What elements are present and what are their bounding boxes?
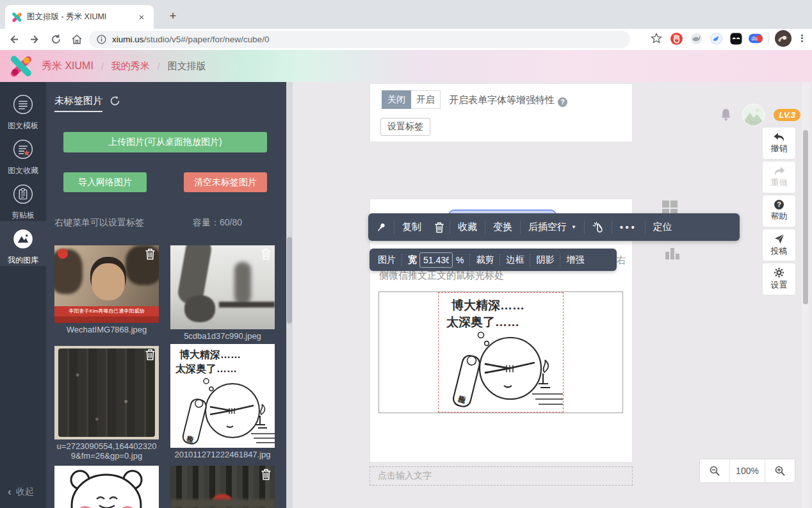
site-info-icon[interactable] [97,35,106,44]
image-card[interactable]: u=2723090554,1644023209&fm=26&gp=0.jpg [54,346,159,461]
redo-icon [774,167,785,176]
redo-button[interactable]: 重做 [762,161,796,193]
favorite-button[interactable]: 收藏 [450,221,485,233]
image-thumbnail[interactable] [54,346,159,439]
gray-bird-extension-icon[interactable] [689,31,703,45]
reload-icon[interactable] [47,31,64,48]
breadcrumb-my-xiumi[interactable]: 我的秀米 [111,60,150,72]
selected-image[interactable]: 博大精深…… 太深奥了…… 金瓶梅 [438,292,564,413]
insert-blank-line-button[interactable]: 后插空行▼ [521,221,584,233]
image-card[interactable]: 博大精深…… 太深奥了…… 金瓶梅 201011271222461847.jpg [170,344,275,459]
canvas-scrollbar-thumb[interactable] [803,130,808,304]
clear-untagged-button[interactable]: 清空未标签图片 [184,172,267,192]
right-click-hint: 右键菜单可以设置标签 [54,217,144,229]
addressbar-right: du ⋮ [649,30,807,47]
text-input-placeholder[interactable]: 点击输入文字 [369,466,633,486]
copy-button[interactable]: 复制 [394,221,429,233]
image-card[interactable]: 李阳妻子Kim再曝自己遭李阳威胁 WechatIMG7868.jpeg [54,245,159,334]
delete-image-icon[interactable] [261,468,272,480]
sidebar-item-templates[interactable]: 图文模板 [0,86,46,131]
svg-text:xiumi: xiumi [750,120,758,124]
adblock-extension-icon[interactable] [669,31,683,45]
image-card[interactable]: 5cdba1d37c990.jpeg [170,245,275,341]
sidebar-item-my-gallery[interactable]: 我的图库 [0,221,46,266]
set-tag-button[interactable]: 设置标签 [380,118,430,136]
delete-image-icon[interactable] [145,348,156,361]
home-icon[interactable] [69,31,85,48]
delete-image-icon[interactable] [261,248,272,260]
pin-icon[interactable] [368,222,394,233]
upload-images-button[interactable]: 上传图片(可从桌面拖放图片) [63,132,267,152]
image-filename: WechatIMG7868.jpeg [54,325,159,334]
image-card[interactable] [54,466,159,508]
tab-close-icon[interactable]: × [136,12,147,23]
url-bar[interactable]: xiumi.us/studio/v5#/paper/for/new/cube/0 [89,31,630,48]
help-circle-icon[interactable]: ? [558,97,567,107]
paragraph-line2[interactable]: 侧微信推文正文的鼠标光标处 [379,270,504,282]
collapse-panel-button[interactable]: ‹ 收起 [8,486,34,498]
undo-button[interactable]: 撤销 [762,127,796,160]
locate-button[interactable]: 定位 [646,221,680,233]
sidebar-item-favorites[interactable]: 图文收藏 [0,131,46,176]
width-label: 宽 [402,254,419,266]
zoom-out-button[interactable] [700,459,729,482]
enhance-toggle[interactable]: 关闭 开启 [382,90,441,109]
enhance-button[interactable]: 增强 [560,254,590,266]
submit-button[interactable]: 投稿 [762,229,796,261]
image-thumbnail[interactable] [170,245,275,329]
image-thumbnail[interactable]: 博大精深…… 太深奥了…… 金瓶梅 [170,344,275,448]
brand-link[interactable]: 秀米 XIUMI [42,60,93,73]
sidebar-item-clipboard[interactable]: 剪贴板 [0,176,46,221]
one-click-apply-icon[interactable] [585,222,612,233]
refresh-icon[interactable] [109,95,121,107]
browser-tab[interactable]: 图文排版 - 秀米 XIUMI × [5,5,154,29]
divider [768,33,769,44]
xiumi-logo[interactable] [9,54,33,78]
zoom-level: 100% [729,459,765,482]
undo-icon [774,133,785,142]
comic-thought-1: 博大精深…… [451,299,524,312]
comic-thought-1: 博大精深…… [179,349,241,360]
delete-image-icon[interactable] [145,248,156,260]
dark-extension-icon[interactable] [729,31,743,45]
zoom-in-button[interactable] [765,459,795,482]
image-thumbnail[interactable]: 李阳妻子Kim再曝自己遭李阳威胁 [54,245,159,323]
bar-chart-icon[interactable] [664,245,681,261]
crop-button[interactable]: 裁剪 [470,254,499,266]
sidebar-item-label: 剪贴板 [12,210,35,221]
enhance-settings-section: 关闭 开启 开启表单字体等增强特性? 设置标签 [369,83,633,142]
editor-side-tools: 撤销 重做 ? 帮助 投稿 设置 [762,127,796,295]
transform-button[interactable]: 变换 [485,221,520,233]
image-container[interactable]: 博大精深…… 太深奥了…… 金瓶梅 [378,291,623,413]
toggle-off-button[interactable]: 关闭 [382,90,411,109]
image-thumbnail[interactable] [54,466,159,508]
back-icon[interactable] [5,31,22,48]
help-button[interactable]: ? 帮助 [762,195,796,227]
toggle-on-button[interactable]: 开启 [411,90,441,109]
user-avatar[interactable]: xiumi [742,104,765,126]
settings-button[interactable]: 设置 [762,263,796,295]
notification-bell-icon[interactable] [719,108,733,122]
border-button[interactable]: 边框 [500,254,530,266]
forward-icon[interactable] [26,31,43,48]
import-web-images-button[interactable]: 导入网络图片 [63,172,147,192]
percent-unit: % [453,255,469,265]
du-extension-icon[interactable]: du [749,31,763,45]
image-card[interactable] [170,466,275,508]
browser-profile-avatar[interactable] [775,30,792,47]
more-options-button[interactable]: ••• [612,222,645,233]
breadcrumb-separator: / [101,61,104,72]
delete-icon[interactable] [429,222,450,233]
image-toolbar: 图片 宽 % 裁剪 边框 阴影 增强 [369,249,617,271]
browser-menu-icon[interactable]: ⋮ [797,33,807,44]
new-tab-button[interactable]: + [165,8,181,24]
width-input[interactable] [419,252,453,268]
shadow-button[interactable]: 阴影 [530,254,560,266]
url-host: xiumi.us [112,35,144,44]
tab-untagged-images[interactable]: 未标签图片 [54,95,102,112]
blue-bird-extension-icon[interactable] [709,31,723,45]
gear-icon [774,267,784,278]
image-thumbnail[interactable] [170,466,275,508]
bookmark-star-icon[interactable] [649,31,663,45]
panel-scrollbar-thumb[interactable] [287,237,292,324]
